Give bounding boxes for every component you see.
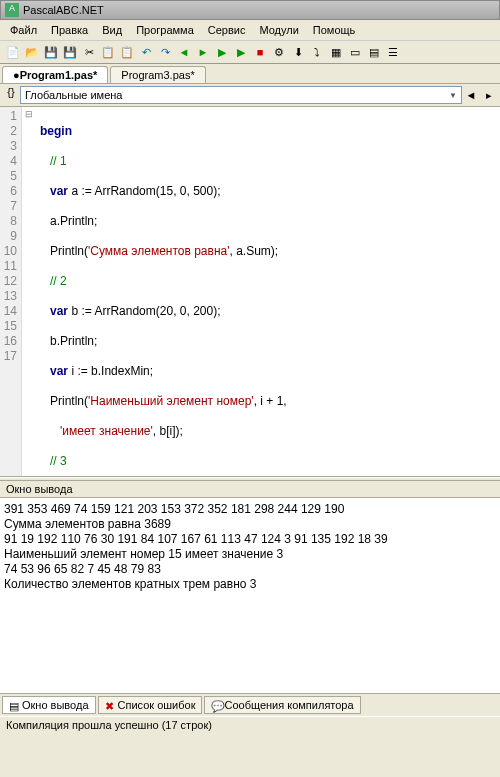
undo-icon[interactable]: ↶ [137,43,155,61]
save-all-icon[interactable]: 💾 [61,43,79,61]
window-icon[interactable]: ▭ [346,43,364,61]
app-icon: A [5,3,19,17]
editor-tabs: ●Program1.pas* Program3.pas* [0,64,500,84]
compile-icon[interactable]: ⚙ [270,43,288,61]
scope-select[interactable]: Глобальные имена ▼ [20,86,462,104]
app-title: PascalABC.NET [23,4,104,16]
bottom-tabs: ▤Окно вывода ✖Список ошибок 💬Сообщения к… [0,693,500,716]
output-panel[interactable]: 391 353 469 74 159 121 203 153 372 352 1… [0,498,500,693]
run-no-debug-icon[interactable]: ▶ [232,43,250,61]
menu-view[interactable]: Вид [96,22,128,38]
error-icon: ✖ [105,700,115,710]
code-editor[interactable]: 1234567891011121314151617 ⊟ begin // 1 v… [0,107,500,477]
form-icon[interactable]: ▦ [327,43,345,61]
btab-errors[interactable]: ✖Список ошибок [98,696,203,714]
menu-service[interactable]: Сервис [202,22,252,38]
fold-minus-icon[interactable]: ⊟ [22,107,36,122]
menu-bar: Файл Правка Вид Программа Сервис Модули … [0,20,500,41]
status-bar: Компиляция прошла успешно (17 строк) [0,716,500,733]
scope-icon: {} [2,86,20,104]
run-icon[interactable]: ▶ [213,43,231,61]
copy-icon[interactable]: 📋 [99,43,117,61]
paste-icon[interactable]: 📋 [118,43,136,61]
save-icon[interactable]: 💾 [42,43,60,61]
back-icon[interactable]: ◄ [175,43,193,61]
scope-label: Глобальные имена [25,89,123,101]
redo-icon[interactable]: ↷ [156,43,174,61]
open-file-icon[interactable]: 📂 [23,43,41,61]
cut-icon[interactable]: ✂ [80,43,98,61]
step-into-icon[interactable]: ⬇ [289,43,307,61]
menu-help[interactable]: Помощь [307,22,362,38]
btab-messages[interactable]: 💬Сообщения компилятора [204,696,360,714]
scope-prev-icon[interactable]: ◄ [462,86,480,104]
output-title: Окно вывода [0,481,500,498]
menu-edit[interactable]: Правка [45,22,94,38]
menu-program[interactable]: Программа [130,22,200,38]
toolbar: 📄 📂 💾 💾 ✂ 📋 📋 ↶ ↷ ◄ ► ▶ ▶ ■ ⚙ ⬇ ⤵ ▦ ▭ ▤ … [0,41,500,64]
panel-icon[interactable]: ▤ [365,43,383,61]
btab-output[interactable]: ▤Окно вывода [2,696,96,714]
message-icon: 💬 [211,700,221,710]
stop-icon[interactable]: ■ [251,43,269,61]
tab-program1[interactable]: ●Program1.pas* [2,66,108,83]
menu-file[interactable]: Файл [4,22,43,38]
title-bar: A PascalABC.NET [0,0,500,20]
forward-icon[interactable]: ► [194,43,212,61]
code-area[interactable]: begin // 1 var a := ArrRandom(15, 0, 500… [36,107,500,476]
fold-gutter: ⊟ [22,107,36,476]
tab-program3[interactable]: Program3.pas* [110,66,205,83]
output-icon: ▤ [9,700,19,710]
new-file-icon[interactable]: 📄 [4,43,22,61]
menu-modules[interactable]: Модули [253,22,304,38]
list-icon[interactable]: ☰ [384,43,402,61]
scope-bar: {} Глобальные имена ▼ ◄ ▸ [0,84,500,107]
chevron-down-icon: ▼ [449,91,457,100]
step-over-icon[interactable]: ⤵ [308,43,326,61]
line-gutter: 1234567891011121314151617 [0,107,22,476]
scope-next-icon[interactable]: ▸ [480,86,498,104]
